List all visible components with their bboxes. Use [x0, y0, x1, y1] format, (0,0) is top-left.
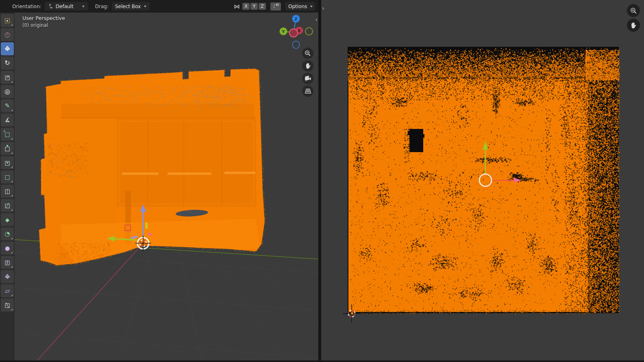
ortho-point-cloud-canvas[interactable] [321, 0, 644, 362]
tool-edge-slide[interactable]: □∥ [1, 256, 14, 269]
axis-x-label: X [298, 28, 301, 33]
tool-move[interactable]: ↔↕ [1, 42, 14, 55]
grid-snap-icon [273, 3, 279, 9]
tool-annotate[interactable]: ✎ [1, 99, 14, 112]
zoom-button[interactable] [302, 48, 313, 59]
perspective-point-cloud-canvas[interactable] [15, 13, 318, 362]
camera-icon [305, 76, 311, 81]
viewport-3d-container: □▸◌+↔↕↻□↗◎✎∡□+□▪□▪□□|□╱◆◔●□∥↔↕▱□╲ User P… [0, 13, 318, 362]
axis-z-label: Z [295, 17, 298, 21]
mirror-y-button[interactable]: Y [250, 3, 258, 10]
transform-icon: ◎ [4, 88, 10, 95]
pan-hand-icon [630, 22, 637, 29]
inset-faces-overlay-icon: ▪ [1, 156, 14, 169]
active-object-label: (0) original [22, 22, 65, 28]
poly-build-icon: ◆ [5, 217, 9, 222]
tool-spin[interactable]: ◔ [1, 227, 14, 240]
tool-shelf: □▸◌+↔↕↻□↗◎✎∡□+□▪□▪□□|□╱◆◔●□∥↔↕▱□╲ [0, 13, 15, 362]
move-overlay-icon: ↕ [1, 42, 14, 55]
axis-minus-x-ball[interactable] [289, 29, 298, 37]
blender-window: Orientation: Default Drag: Select Box [0, 0, 644, 362]
shrink-fatten-overlay-icon: ↕ [1, 270, 14, 283]
tool-select-box[interactable]: □▸ [1, 14, 14, 27]
orientation-dropdown[interactable]: Default [45, 2, 88, 11]
viewport-controls [302, 48, 313, 97]
camera-view-button[interactable] [302, 73, 313, 84]
chevron-down-icon [310, 6, 313, 7]
knife-overlay-icon: ╱ [1, 199, 14, 212]
select-box-overlay-icon: ▸ [0, 11, 17, 29]
axis-minus-y-ball[interactable] [305, 28, 313, 35]
tool-cursor[interactable]: ◌+ [1, 28, 14, 41]
tool-inset-faces[interactable]: □▪ [1, 156, 14, 169]
chevron-down-icon [144, 6, 146, 7]
zoom-in-icon [305, 50, 311, 57]
tool-bevel[interactable]: □ [1, 170, 14, 183]
extrude-region-overlay-icon: ▪ [1, 142, 14, 155]
sidebar-collapse-arrow[interactable]: ‹ [315, 16, 318, 23]
viewport-controls-right [627, 4, 640, 32]
drag-label: Drag: [95, 4, 109, 9]
scale-overlay-icon: ↗ [1, 71, 14, 84]
smooth-icon: ● [5, 245, 10, 251]
spin-icon: ◔ [4, 231, 10, 237]
absolute-grid-snap-button[interactable] [270, 2, 281, 11]
axis-y-label: Y [282, 29, 285, 34]
tool-scale[interactable]: □↗ [1, 71, 14, 84]
tool-rip-region[interactable]: □╲ [1, 299, 14, 312]
annotate-icon: ✎ [5, 103, 10, 109]
viewport-overlay-text: User Perspective (0) original [22, 15, 65, 28]
mirror-axis-toggles: XYZ [242, 3, 266, 10]
view-name-label: User Perspective [22, 15, 65, 21]
tool-shrink-fatten[interactable]: ↔↕ [1, 270, 14, 283]
mirror-z-button[interactable]: Z [259, 3, 266, 10]
mirror-icon: ⋈ [234, 3, 240, 10]
ortho-perspective-toggle-button[interactable] [302, 85, 313, 97]
tool-measure[interactable]: ∡ [1, 113, 14, 126]
orientation-value: Default [56, 4, 79, 9]
zoom-in-icon [630, 7, 637, 14]
orientation-label: Orientation: [12, 4, 41, 9]
pan-button[interactable] [302, 60, 313, 72]
viewport-3d-perspective[interactable]: User Perspective (0) original Z Y X [15, 13, 318, 362]
measure-icon: ∡ [4, 117, 10, 123]
bevel-icon: □ [4, 174, 10, 180]
orientation-icon [48, 4, 53, 9]
shear-icon: ▱ [5, 288, 10, 294]
tool-settings-header: Orientation: Default Drag: Select Box [0, 0, 318, 13]
tool-transform[interactable]: ◎ [1, 85, 14, 98]
rotate-icon: ↻ [4, 60, 10, 66]
tool-rotate[interactable]: ↻ [1, 57, 14, 70]
tool-shear[interactable]: ▱ [1, 284, 14, 297]
window-bottom-edge [0, 360, 644, 362]
tool-knife[interactable]: □╱ [1, 199, 14, 212]
pan-button[interactable] [627, 19, 640, 32]
options-label: Options [288, 4, 307, 9]
left-editor: Orientation: Default Drag: Select Box [0, 0, 318, 362]
tool-extrude-region[interactable]: □▪ [1, 142, 14, 155]
axis-minus-z-ball[interactable] [292, 41, 300, 48]
pan-hand-icon [305, 63, 311, 69]
drag-mode-value: Select Box [115, 4, 141, 9]
viewport-3d-ortho[interactable]: › [321, 0, 644, 362]
edge-slide-overlay-icon: ∥ [1, 256, 14, 269]
loop-cut-overlay-icon: | [1, 185, 14, 198]
drag-mode-dropdown[interactable]: Select Box [112, 2, 150, 11]
tool-loop-cut[interactable]: □| [1, 185, 14, 198]
sidebar-expand-arrow[interactable]: › [322, 5, 324, 11]
tool-smooth[interactable]: ● [1, 242, 14, 255]
mirror-x-button[interactable]: X [242, 3, 250, 10]
tool-add-cube[interactable]: □+ [1, 128, 14, 141]
grid-ortho-icon [305, 88, 311, 94]
rip-region-overlay-icon: ╲ [1, 299, 14, 312]
zoom-button[interactable] [627, 4, 640, 17]
editor-divider[interactable] [318, 0, 321, 362]
navigation-axis-gizmo[interactable]: Z Y X [276, 13, 315, 52]
cursor-overlay-icon: + [1, 28, 14, 41]
tool-poly-build[interactable]: ◆ [1, 213, 14, 226]
add-cube-overlay-icon: + [1, 128, 14, 141]
options-dropdown[interactable]: Options [285, 2, 315, 11]
chevron-down-icon [82, 6, 85, 7]
